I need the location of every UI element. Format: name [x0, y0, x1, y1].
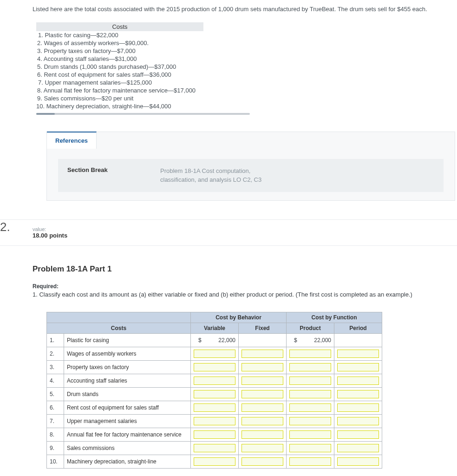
amount-cell-period[interactable]: [334, 333, 382, 347]
amount-cell-period[interactable]: [334, 414, 382, 428]
amount-cell-var[interactable]: [191, 401, 239, 414]
input-cell[interactable]: [242, 350, 283, 358]
value-label: value:: [33, 226, 457, 232]
amount-cell-var[interactable]: [191, 455, 239, 468]
input-cell[interactable]: [194, 417, 235, 425]
table-row: 4.Accounting staff salaries: [47, 374, 382, 387]
amount-cell-period[interactable]: [334, 360, 382, 374]
input-cell[interactable]: [337, 430, 379, 439]
cost-item: 3. Property taxes on factory—$7,000: [36, 47, 250, 55]
input-cell[interactable]: [289, 430, 331, 439]
amount-cell-prod[interactable]: [287, 387, 334, 401]
costs-header: Costs: [36, 22, 203, 31]
input-cell[interactable]: [194, 377, 235, 385]
section-break-label: Section Break: [67, 166, 160, 173]
row-index: 4.: [47, 374, 64, 387]
amount-cell-period[interactable]: [334, 387, 382, 401]
cost-item: 7. Upper management salaries—$125,000: [36, 79, 250, 86]
amount-cell-fixed[interactable]: [239, 347, 287, 360]
references-tab[interactable]: References: [47, 132, 97, 149]
input-cell[interactable]: [289, 390, 331, 398]
table-row: 8.Annual flat fee for factory maintenanc…: [47, 428, 382, 441]
amount-cell-fixed[interactable]: [239, 360, 287, 374]
input-cell[interactable]: [337, 350, 379, 358]
input-cell[interactable]: [242, 403, 283, 412]
amount-cell-var[interactable]: [191, 387, 239, 401]
amount-cell-var[interactable]: [191, 441, 239, 455]
row-index: 2.: [47, 347, 64, 360]
amount-cell-fixed[interactable]: [239, 414, 287, 428]
amount-cell-prod[interactable]: [287, 374, 334, 387]
amount-cell-period[interactable]: [334, 374, 382, 387]
amount-cell-period[interactable]: [334, 455, 382, 468]
input-cell[interactable]: [337, 417, 379, 425]
amount-cell-var[interactable]: $22,000: [191, 333, 239, 347]
input-cell[interactable]: [242, 444, 283, 452]
amount-cell-fixed[interactable]: [239, 374, 287, 387]
input-cell[interactable]: [242, 430, 283, 439]
input-cell[interactable]: [194, 363, 235, 371]
input-cell[interactable]: [337, 457, 379, 466]
amount-cell-fixed[interactable]: [239, 455, 287, 468]
amount-cell-prod[interactable]: $22,000: [287, 333, 334, 347]
input-cell[interactable]: [194, 444, 235, 452]
input-cell[interactable]: [289, 350, 331, 358]
cost-item: 9. Sales commissions—$20 per unit: [36, 94, 250, 102]
input-cell[interactable]: [242, 377, 283, 385]
amount-cell-prod[interactable]: [287, 347, 334, 360]
input-cell[interactable]: [242, 417, 283, 425]
amount-cell-prod[interactable]: [287, 428, 334, 441]
input-cell[interactable]: [194, 457, 235, 466]
amount-cell-period[interactable]: [334, 428, 382, 441]
input-cell[interactable]: [194, 430, 235, 439]
row-index: 3.: [47, 360, 64, 374]
amount-cell-prod[interactable]: [287, 360, 334, 374]
amount-cell-var[interactable]: [191, 347, 239, 360]
amount-cell-var[interactable]: [191, 360, 239, 374]
amount-cell-var[interactable]: [191, 374, 239, 387]
cost-name: Annual flat fee for factory maintenance …: [64, 428, 191, 441]
input-cell[interactable]: [337, 403, 379, 412]
table-row: 5.Drum stands: [47, 387, 382, 401]
amount-cell-period[interactable]: [334, 401, 382, 414]
cost-item: 1. Plastic for casing—$22,000: [36, 31, 250, 39]
input-cell[interactable]: [289, 403, 331, 412]
amount-cell-var[interactable]: [191, 428, 239, 441]
input-cell[interactable]: [242, 363, 283, 371]
amount-cell-fixed[interactable]: [239, 428, 287, 441]
amount-cell-prod[interactable]: [287, 441, 334, 455]
amount-cell-prod[interactable]: [287, 401, 334, 414]
row-index: 9.: [47, 441, 64, 455]
input-cell[interactable]: [194, 390, 235, 398]
amount-cell-prod[interactable]: [287, 455, 334, 468]
input-cell[interactable]: [289, 457, 331, 466]
input-cell[interactable]: [194, 350, 235, 358]
input-cell[interactable]: [289, 444, 331, 452]
amount-cell-fixed[interactable]: [239, 387, 287, 401]
scrollbar-thumb[interactable]: [36, 113, 55, 115]
cost-name: Machinery depreciation, straight-line: [64, 455, 191, 468]
input-cell[interactable]: [194, 403, 235, 412]
row-index: 8.: [47, 428, 64, 441]
input-cell[interactable]: [242, 457, 283, 466]
input-cell[interactable]: [242, 390, 283, 398]
input-cell[interactable]: [289, 417, 331, 425]
required-block: Required: 1. Classify each cost and its …: [33, 282, 457, 299]
row-index: 6.: [47, 401, 64, 414]
col-variable: Variable: [191, 323, 239, 333]
input-cell[interactable]: [337, 390, 379, 398]
amount-cell-period[interactable]: [334, 347, 382, 360]
amount-cell-fixed[interactable]: [239, 401, 287, 414]
input-cell[interactable]: [337, 444, 379, 452]
input-cell[interactable]: [337, 377, 379, 385]
amount-cell-fixed[interactable]: [239, 441, 287, 455]
amount-cell-period[interactable]: [334, 441, 382, 455]
amount-cell-prod[interactable]: [287, 414, 334, 428]
amount-cell-fixed[interactable]: [239, 333, 287, 347]
input-cell[interactable]: [337, 363, 379, 371]
amount-cell-var[interactable]: [191, 414, 239, 428]
input-cell[interactable]: [289, 377, 331, 385]
col-fixed: Fixed: [239, 323, 287, 333]
cost-name: Drum stands: [64, 387, 191, 401]
input-cell[interactable]: [289, 363, 331, 371]
